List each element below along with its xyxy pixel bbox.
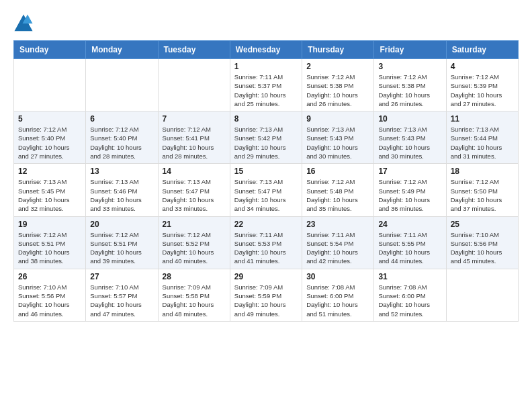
calendar-cell: 5Sunrise: 7:12 AMSunset: 5:40 PMDaylight… — [14, 111, 86, 164]
day-info: Sunrise: 7:08 AMSunset: 6:00 PMDaylight:… — [378, 283, 441, 318]
day-info: Sunrise: 7:11 AMSunset: 5:53 PMDaylight:… — [234, 230, 298, 266]
day-info: Sunrise: 7:13 AMSunset: 5:45 PMDaylight:… — [18, 177, 81, 213]
day-number: 30 — [306, 272, 369, 281]
day-info: Sunrise: 7:13 AMSunset: 5:42 PMDaylight:… — [234, 125, 298, 161]
day-info: Sunrise: 7:11 AMSunset: 5:55 PMDaylight:… — [378, 230, 441, 266]
day-number: 19 — [18, 220, 81, 229]
calendar-header-row: SundayMondayTuesdayWednesdayThursdayFrid… — [14, 41, 519, 59]
calendar-header-thursday: Thursday — [302, 41, 374, 59]
day-number: 29 — [234, 272, 298, 281]
day-info: Sunrise: 7:10 AMSunset: 5:57 PMDaylight:… — [90, 283, 153, 318]
calendar-cell: 20Sunrise: 7:12 AMSunset: 5:51 PMDayligh… — [86, 216, 158, 269]
day-number: 9 — [306, 114, 369, 124]
calendar-week-row: 5Sunrise: 7:12 AMSunset: 5:40 PMDaylight… — [14, 111, 519, 164]
calendar-header-friday: Friday — [374, 41, 446, 59]
day-number: 4 — [451, 62, 514, 71]
calendar-cell: 14Sunrise: 7:13 AMSunset: 5:47 PMDayligh… — [158, 164, 230, 216]
day-info: Sunrise: 7:10 AMSunset: 5:56 PMDaylight:… — [18, 283, 81, 318]
day-number: 3 — [378, 62, 441, 71]
calendar-cell: 11Sunrise: 7:13 AMSunset: 5:44 PMDayligh… — [446, 111, 518, 164]
calendar-header-tuesday: Tuesday — [158, 41, 230, 59]
calendar-cell: 29Sunrise: 7:09 AMSunset: 5:59 PMDayligh… — [230, 269, 302, 321]
calendar-cell — [158, 59, 230, 111]
day-info: Sunrise: 7:09 AMSunset: 5:59 PMDaylight:… — [234, 283, 298, 318]
day-info: Sunrise: 7:13 AMSunset: 5:47 PMDaylight:… — [234, 177, 298, 213]
calendar-cell: 7Sunrise: 7:12 AMSunset: 5:41 PMDaylight… — [158, 111, 230, 164]
day-number: 23 — [306, 220, 369, 229]
calendar-cell — [446, 269, 518, 321]
calendar-cell: 18Sunrise: 7:12 AMSunset: 5:50 PMDayligh… — [446, 164, 518, 216]
day-info: Sunrise: 7:12 AMSunset: 5:38 PMDaylight:… — [306, 73, 369, 108]
day-number: 8 — [234, 114, 298, 124]
calendar-cell: 10Sunrise: 7:13 AMSunset: 5:43 PMDayligh… — [374, 111, 446, 164]
day-number: 18 — [451, 167, 514, 176]
day-number: 27 — [90, 272, 153, 281]
day-info: Sunrise: 7:12 AMSunset: 5:38 PMDaylight:… — [378, 73, 441, 108]
day-info: Sunrise: 7:13 AMSunset: 5:47 PMDaylight:… — [163, 177, 226, 213]
day-info: Sunrise: 7:13 AMSunset: 5:46 PMDaylight:… — [90, 177, 153, 213]
day-info: Sunrise: 7:12 AMSunset: 5:49 PMDaylight:… — [378, 177, 441, 213]
calendar-week-row: 26Sunrise: 7:10 AMSunset: 5:56 PMDayligh… — [14, 269, 519, 321]
day-number: 7 — [163, 114, 226, 124]
day-info: Sunrise: 7:12 AMSunset: 5:39 PMDaylight:… — [451, 73, 514, 108]
calendar-cell: 21Sunrise: 7:12 AMSunset: 5:52 PMDayligh… — [158, 216, 230, 269]
day-number: 2 — [306, 62, 369, 71]
day-number: 5 — [18, 114, 81, 124]
day-info: Sunrise: 7:11 AMSunset: 5:54 PMDaylight:… — [306, 230, 369, 266]
day-info: Sunrise: 7:10 AMSunset: 5:56 PMDaylight:… — [451, 230, 514, 266]
day-number: 31 — [378, 272, 441, 281]
calendar-cell: 17Sunrise: 7:12 AMSunset: 5:49 PMDayligh… — [374, 164, 446, 216]
calendar-cell: 12Sunrise: 7:13 AMSunset: 5:45 PMDayligh… — [14, 164, 86, 216]
calendar-cell: 13Sunrise: 7:13 AMSunset: 5:46 PMDayligh… — [86, 164, 158, 216]
calendar-cell — [86, 59, 158, 111]
calendar-cell: 31Sunrise: 7:08 AMSunset: 6:00 PMDayligh… — [374, 269, 446, 321]
day-info: Sunrise: 7:09 AMSunset: 5:58 PMDaylight:… — [163, 283, 226, 318]
logo — [13, 13, 36, 34]
day-number: 25 — [451, 220, 514, 229]
calendar: SundayMondayTuesdayWednesdayThursdayFrid… — [13, 40, 519, 322]
calendar-cell: 2Sunrise: 7:12 AMSunset: 5:38 PMDaylight… — [302, 59, 374, 111]
calendar-cell: 19Sunrise: 7:12 AMSunset: 5:51 PMDayligh… — [14, 216, 86, 269]
calendar-cell: 1Sunrise: 7:11 AMSunset: 5:37 PMDaylight… — [230, 59, 302, 111]
calendar-cell: 16Sunrise: 7:12 AMSunset: 5:48 PMDayligh… — [302, 164, 374, 216]
calendar-cell — [14, 59, 86, 111]
day-info: Sunrise: 7:13 AMSunset: 5:43 PMDaylight:… — [378, 125, 441, 161]
day-number: 1 — [234, 62, 298, 71]
calendar-week-row: 19Sunrise: 7:12 AMSunset: 5:51 PMDayligh… — [14, 216, 519, 269]
calendar-cell: 27Sunrise: 7:10 AMSunset: 5:57 PMDayligh… — [86, 269, 158, 321]
day-number: 26 — [18, 272, 81, 281]
day-info: Sunrise: 7:13 AMSunset: 5:43 PMDaylight:… — [306, 125, 369, 161]
calendar-header-wednesday: Wednesday — [230, 41, 302, 59]
day-info: Sunrise: 7:12 AMSunset: 5:40 PMDaylight:… — [90, 125, 153, 161]
day-number: 21 — [163, 220, 226, 229]
calendar-week-row: 1Sunrise: 7:11 AMSunset: 5:37 PMDaylight… — [14, 59, 519, 111]
day-number: 24 — [378, 220, 441, 229]
day-info: Sunrise: 7:12 AMSunset: 5:40 PMDaylight:… — [18, 125, 81, 161]
day-info: Sunrise: 7:12 AMSunset: 5:51 PMDaylight:… — [90, 230, 153, 266]
day-number: 10 — [378, 114, 441, 124]
day-number: 6 — [90, 114, 153, 124]
calendar-cell: 24Sunrise: 7:11 AMSunset: 5:55 PMDayligh… — [374, 216, 446, 269]
day-number: 12 — [18, 167, 81, 176]
day-info: Sunrise: 7:12 AMSunset: 5:52 PMDaylight:… — [163, 230, 226, 266]
logo-icon — [13, 13, 34, 34]
calendar-cell: 15Sunrise: 7:13 AMSunset: 5:47 PMDayligh… — [230, 164, 302, 216]
day-number: 22 — [234, 220, 298, 229]
day-info: Sunrise: 7:13 AMSunset: 5:44 PMDaylight:… — [451, 125, 514, 161]
calendar-cell: 23Sunrise: 7:11 AMSunset: 5:54 PMDayligh… — [302, 216, 374, 269]
day-info: Sunrise: 7:12 AMSunset: 5:50 PMDaylight:… — [451, 177, 514, 213]
calendar-cell: 4Sunrise: 7:12 AMSunset: 5:39 PMDaylight… — [446, 59, 518, 111]
page-header — [13, 13, 519, 34]
day-number: 20 — [90, 220, 153, 229]
day-number: 16 — [306, 167, 369, 176]
day-info: Sunrise: 7:12 AMSunset: 5:41 PMDaylight:… — [163, 125, 226, 161]
day-number: 17 — [378, 167, 441, 176]
day-number: 15 — [234, 167, 298, 176]
calendar-header-sunday: Sunday — [14, 41, 86, 59]
day-number: 14 — [163, 167, 226, 176]
day-info: Sunrise: 7:08 AMSunset: 6:00 PMDaylight:… — [306, 283, 369, 318]
calendar-cell: 8Sunrise: 7:13 AMSunset: 5:42 PMDaylight… — [230, 111, 302, 164]
calendar-week-row: 12Sunrise: 7:13 AMSunset: 5:45 PMDayligh… — [14, 164, 519, 216]
calendar-cell: 28Sunrise: 7:09 AMSunset: 5:58 PMDayligh… — [158, 269, 230, 321]
day-info: Sunrise: 7:12 AMSunset: 5:48 PMDaylight:… — [306, 177, 369, 213]
